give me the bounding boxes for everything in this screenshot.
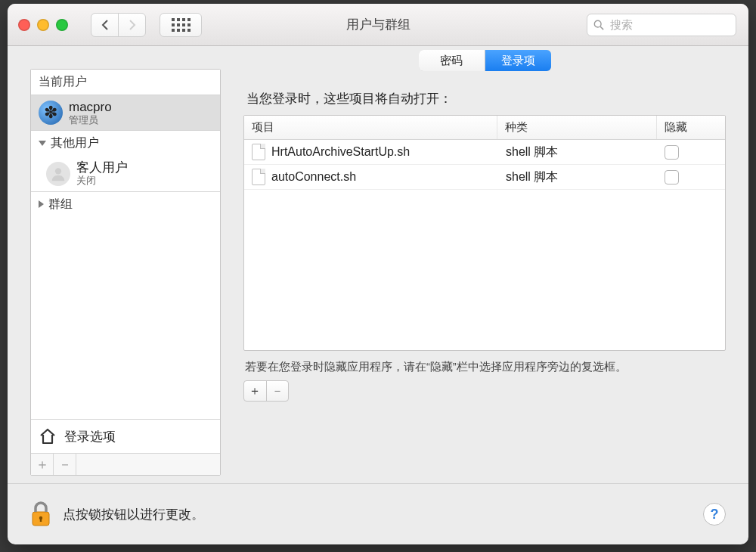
search-input[interactable]	[609, 17, 730, 32]
current-user-name: macpro	[69, 100, 112, 115]
sidebar-add-remove: ＋ －	[31, 453, 220, 475]
th-kind[interactable]: 种类	[497, 116, 657, 139]
search-field[interactable]	[587, 14, 736, 36]
users-sidebar: 当前用户 ✽ macpro 管理员 其他用户	[30, 69, 221, 476]
row-name: HrtAutoArchiveStartUp.sh	[271, 145, 410, 159]
add-user-button[interactable]: ＋	[31, 454, 54, 475]
row-kind: shell 脚本	[506, 144, 558, 160]
hide-hint: 若要在您登录时隐藏应用程序，请在“隐藏”栏中选择应用程序旁边的复选框。	[245, 360, 726, 374]
nav-buttons	[91, 13, 146, 37]
person-icon	[50, 166, 67, 182]
tab-login-items[interactable]: 登录项	[485, 50, 551, 71]
table-body: HrtAutoArchiveStartUp.shshell 脚本autoConn…	[244, 140, 725, 350]
chevron-left-icon	[101, 20, 109, 30]
guest-role: 关闭	[76, 175, 128, 187]
main-panel: 密码 登录项 当您登录时，这些项目将自动打开： 项目 种类 隐藏 HrtAuto…	[243, 69, 726, 476]
document-icon	[252, 144, 265, 160]
svg-point-0	[594, 20, 601, 27]
section-groups[interactable]: 群组	[31, 192, 220, 217]
grid-icon	[172, 18, 191, 32]
sidebar-item-current-user[interactable]: ✽ macpro 管理员	[31, 95, 220, 131]
guest-avatar-icon	[46, 162, 70, 186]
minimize-icon[interactable]	[37, 19, 49, 31]
add-item-button[interactable]: ＋	[244, 381, 267, 401]
lock-icon	[30, 501, 51, 527]
preferences-window: 用户与群组 当前用户 ✽ macpro 管理员	[8, 4, 748, 544]
close-icon[interactable]	[18, 19, 30, 31]
svg-line-1	[600, 26, 603, 29]
table-row[interactable]: autoConnect.shshell 脚本	[244, 165, 725, 190]
help-button[interactable]: ?	[703, 503, 726, 526]
svg-rect-5	[40, 518, 42, 522]
th-hide[interactable]: 隐藏	[657, 116, 725, 139]
panels: 当前用户 ✽ macpro 管理员 其他用户	[30, 69, 726, 476]
window-controls	[18, 19, 68, 31]
chevron-right-icon	[129, 20, 136, 30]
section-other-users[interactable]: 其他用户	[31, 131, 220, 156]
zoom-icon[interactable]	[56, 19, 68, 31]
th-item[interactable]: 项目	[244, 116, 497, 139]
avatar-icon: ✽	[39, 101, 63, 125]
login-items-table: 项目 种类 隐藏 HrtAutoArchiveStartUp.shshell 脚…	[243, 115, 726, 351]
sidebar-item-guest[interactable]: 客人用户 关闭	[31, 156, 220, 191]
body: 当前用户 ✽ macpro 管理员 其他用户	[8, 46, 748, 544]
guest-name: 客人用户	[76, 160, 128, 175]
remove-item-button[interactable]: －	[267, 381, 289, 401]
login-options[interactable]: 登录选项	[31, 419, 220, 453]
question-icon: ?	[711, 507, 719, 523]
forward-button[interactable]	[118, 13, 146, 37]
chevron-down-icon	[39, 141, 46, 146]
row-kind: shell 脚本	[506, 169, 558, 185]
house-icon	[39, 427, 57, 445]
login-items-prompt: 当您登录时，这些项目将自动打开：	[246, 90, 726, 107]
lock-text: 点按锁按钮以进行更改。	[63, 506, 204, 523]
row-name: autoConnect.sh	[271, 170, 356, 184]
svg-point-2	[55, 168, 61, 174]
hide-checkbox[interactable]	[665, 145, 679, 160]
login-options-label: 登录选项	[64, 428, 116, 445]
search-icon	[593, 20, 604, 30]
tab-password[interactable]: 密码	[419, 50, 485, 71]
remove-user-button[interactable]: －	[54, 454, 76, 475]
current-user-role: 管理员	[69, 115, 112, 126]
hide-checkbox[interactable]	[665, 170, 679, 185]
section-other-label: 其他用户	[51, 135, 99, 151]
lock-area[interactable]: 点按锁按钮以进行更改。	[30, 501, 204, 527]
document-icon	[252, 169, 265, 185]
section-groups-label: 群组	[48, 197, 73, 212]
table-header: 项目 种类 隐藏	[244, 116, 725, 140]
item-add-remove: ＋ －	[243, 380, 289, 402]
table-row[interactable]: HrtAutoArchiveStartUp.shshell 脚本	[244, 140, 725, 165]
chevron-right-icon	[39, 200, 44, 208]
show-all-button[interactable]	[160, 13, 202, 37]
footer: 点按锁按钮以进行更改。 ?	[8, 483, 748, 544]
tab-segmented: 密码 登录项	[419, 50, 551, 71]
toolbar: 用户与群组	[8, 4, 748, 46]
section-current-user: 当前用户	[31, 70, 220, 95]
back-button[interactable]	[91, 13, 119, 37]
